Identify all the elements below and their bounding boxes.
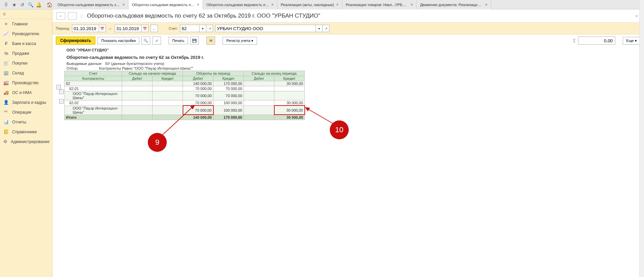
report-meta: Выводимые данные: БУ (данные бухгалтерск… [65,61,305,66]
sidebar-item-main[interactable]: ≡Главное [0,19,52,29]
nav-forward-button[interactable]: → [68,12,77,20]
sidebar-item-label: Зарплата и кадры [12,100,46,105]
tab-1[interactable]: Оборотно-сальдовая ведомость по сче...× [129,0,203,9]
tab-label: Оборотно-сальдовая ведомость по сче... [132,3,195,7]
table-row[interactable]: ООО "Пауэр Интернэшнл-Шины" 70 000,00 10… [65,106,305,115]
home-icon: ≡ [3,21,9,26]
close-icon[interactable]: × [271,2,274,7]
total-row: Итого 140 000,00 170 000,00 30 000,00 [65,115,305,120]
report-org: ООО "УРБАН СТУДИО" [65,47,305,53]
collapse-icon[interactable]: − [59,99,64,103]
parameters-bar: Период: 📅 – 📅 ... Счет: ▾ ↗ ▾ ↗ [52,23,644,34]
sidebar-item-label: Производство [12,80,39,85]
tab-label: Реализация товаров: Накл...УРБП-000006 [346,3,409,7]
sidebar-item-purchases[interactable]: 🛒Покупки [0,58,52,68]
history-icon[interactable]: ↺ [19,1,26,8]
tab-label: Движения документа: Реализация (акт, ... [420,3,483,7]
account-label: Счет: [169,26,178,30]
account-input[interactable] [180,25,200,32]
dropdown-icon[interactable]: ▾ [200,25,206,32]
close-icon[interactable]: × [411,2,413,7]
collapse-icon[interactable]: − [59,90,64,94]
sum-input[interactable] [578,37,615,45]
sidebar-item-admin[interactable]: ⚙Администрирование [0,137,52,146]
header-credit: Кредит [274,76,305,81]
sidebar-item-label: Руководителю [12,31,39,36]
tab-strip: Оборотно-сальдовая ведомость за Ок...× О… [54,0,644,9]
sidebar-item-reports[interactable]: 📊Отчеты [0,117,52,127]
close-icon[interactable]: × [122,2,125,7]
tab-2[interactable]: Оборотно-сальдовая ведомость по сче...× [203,0,277,9]
table-row[interactable]: ООО "Пауэр Интернэшнл-Шины" 70 000,00 70… [65,91,305,100]
header-credit: Кредит [153,76,183,81]
expand-icon[interactable]: ⤢ [152,37,161,45]
sidebar-item-label: ОС и НМА [12,90,32,95]
search-icon[interactable]: 🔍 [27,1,34,8]
bag-icon: 🛍 [3,51,9,56]
sidebar-item-label: Справочники [12,130,37,134]
more-button[interactable]: Еще ▾ [623,37,641,45]
header-debit: Дебет [122,76,153,81]
star-icon[interactable]: ★ [11,1,18,8]
home-icon[interactable]: 🏠 [45,2,54,7]
organization-input[interactable] [215,25,316,32]
sigma-icon: Σ [573,38,576,43]
sidebar-item-label: Продажи [12,51,29,56]
tab-4[interactable]: Реализация товаров: Накл...УРБП-000006× [342,0,417,9]
tab-0[interactable]: Оборотно-сальдовая ведомость за Ок...× [54,0,129,9]
tab-label: Реализация (акты, накладные) [281,3,334,7]
sidebar-item-references[interactable]: 📒Справочники [0,127,52,137]
period-select-button[interactable]: ... [151,25,158,32]
sidebar-item-operations[interactable]: ᴬᵏОперации [0,107,52,117]
find-icon[interactable]: 🔍 [141,37,150,45]
close-icon[interactable]: × [336,2,339,7]
open-icon[interactable]: ↗ [206,25,213,32]
dropdown-icon[interactable]: ▾ [316,25,323,32]
sidebar-item-salary[interactable]: 👤Зарплата и кадры [0,97,52,107]
sidebar-item-bank[interactable]: ₽Банк и касса [0,39,52,48]
collapse-icon[interactable]: − [56,85,61,89]
bell-icon[interactable]: 🔔 [35,1,42,8]
gear-icon: ⚙ [3,139,7,144]
mail-icon[interactable]: ✉ [206,37,215,45]
tab-3[interactable]: Реализация (акты, накладные)× [277,0,342,9]
table-row[interactable]: 62.02 70 000,00 100 000,00 30 000,00 [65,100,305,106]
sidebar-item-label: Отчеты [12,120,26,124]
sidebar-item-sales[interactable]: 🛍Продажи [0,48,52,58]
sidebar-item-manager[interactable]: 📈Руководителю [0,29,52,39]
header-account: Счет [65,71,122,76]
date-from-input[interactable] [72,25,99,32]
calendar-icon[interactable]: 📅 [142,25,148,32]
settings-button[interactable]: Показать настройки [97,37,139,44]
form-button[interactable]: Сформировать [56,37,95,45]
title-row: ← → ☆ Оборотно-сальдовая ведомость по сч… [52,9,644,23]
report-filter: Отбор: Контрагенты Равно "ООО "Пауэр Инт… [65,66,305,71]
sidebar-item-warehouse[interactable]: 🏢Склад [0,68,52,78]
table-row[interactable]: 62.01 70 000,00 70 000,00 [65,86,305,91]
tab-5[interactable]: Движения документа: Реализация (акт, ...… [417,0,491,9]
sidebar-item-assets[interactable]: 🚚ОС и НМА [0,88,52,97]
calendar-icon[interactable]: 📅 [99,25,106,32]
tab-label: Оборотно-сальдовая ведомость по сче... [206,3,269,7]
scrollbar[interactable] [639,9,644,277]
open-icon[interactable]: ↗ [323,25,329,32]
sidebar-toggle[interactable]: ≡ [0,9,52,19]
close-icon[interactable]: × [197,2,199,7]
save-icon[interactable]: 💾 [190,37,199,45]
table-row[interactable]: 62 140 000,00 170 000,00 30 000,00 [65,81,305,86]
close-icon[interactable]: × [485,2,487,7]
sidebar: ≡ ≡Главное 📈Руководителю ₽Банк и касса 🛍… [0,9,52,277]
register-button[interactable]: Регистр учета ▾ [223,37,257,45]
book-icon: 📒 [3,129,9,134]
date-to-input[interactable] [115,25,142,32]
apps-icon[interactable]: ⠿ [3,1,9,8]
report-area: − − − ООО "УРБАН СТУДИО" Оборотно-сальдо… [52,47,644,277]
nav-back-button[interactable]: ← [56,12,65,20]
highlighted-cell-debit: 70 000,00 [183,106,213,115]
person-icon: 👤 [3,100,9,105]
print-button[interactable]: Печать [168,37,188,44]
period-label: Период: [56,26,70,30]
favorite-icon[interactable]: ☆ [79,13,84,19]
building-icon: 🏢 [3,70,9,75]
sidebar-item-production[interactable]: 🏭Производство [0,78,52,88]
